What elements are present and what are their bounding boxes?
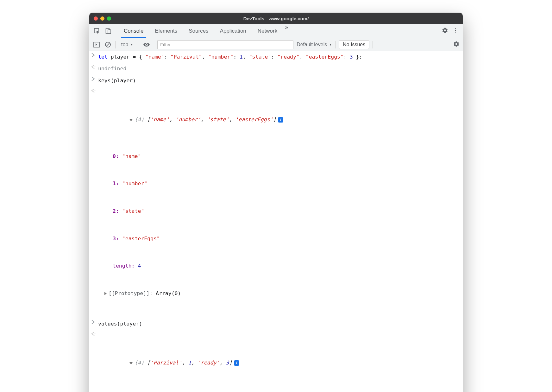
svg-rect-2 bbox=[108, 30, 111, 34]
console-result-row: (4) ['name', 'number', 'state', 'easterE… bbox=[89, 87, 463, 318]
array-length: length: 4 bbox=[98, 262, 460, 271]
input-caret-icon bbox=[91, 319, 98, 329]
devtools-window: DevTools - www.google.com/ Console Eleme… bbox=[89, 13, 463, 392]
live-expression-icon[interactable] bbox=[142, 42, 151, 47]
kebab-menu-icon[interactable] bbox=[453, 28, 458, 35]
separator bbox=[139, 41, 139, 48]
input-caret-icon bbox=[91, 76, 98, 85]
separator bbox=[115, 41, 116, 48]
info-icon[interactable]: i bbox=[234, 360, 239, 366]
svg-point-11 bbox=[95, 333, 96, 334]
separator bbox=[335, 41, 336, 48]
issues-button[interactable]: No Issues bbox=[339, 40, 369, 49]
more-tabs-icon[interactable]: » bbox=[283, 24, 290, 38]
input-caret-icon bbox=[91, 53, 98, 62]
tab-elements[interactable]: Elements bbox=[149, 24, 183, 38]
disclosure-triangle-icon[interactable] bbox=[129, 119, 133, 121]
svg-line-8 bbox=[106, 43, 110, 46]
console-toolbar: top ▼ Default levels ▼ No Issues bbox=[89, 38, 463, 51]
svg-point-5 bbox=[455, 31, 456, 32]
array-result: (4) ['name', 'number', 'state', 'easterE… bbox=[98, 88, 460, 317]
tab-label: Network bbox=[258, 28, 277, 34]
context-selector[interactable]: top ▼ bbox=[119, 41, 136, 48]
array-item[interactable]: 3: "easterEggs" bbox=[98, 234, 460, 243]
log-levels-selector[interactable]: Default levels ▼ bbox=[297, 42, 332, 47]
console-input-row[interactable]: values(player) bbox=[89, 318, 463, 330]
close-icon[interactable] bbox=[94, 16, 98, 21]
disclosure-triangle-icon[interactable] bbox=[129, 362, 133, 364]
tab-network[interactable]: Network bbox=[252, 24, 283, 38]
tab-label: Elements bbox=[155, 28, 177, 34]
tab-console[interactable]: Console bbox=[118, 24, 149, 38]
array-item[interactable]: 0: "name" bbox=[98, 152, 460, 161]
divider bbox=[116, 27, 116, 35]
tab-label: Application bbox=[220, 28, 246, 34]
array-summary[interactable]: (4) ['Parzival', 1, 'ready', 3]i bbox=[98, 349, 460, 377]
array-result: (4) ['Parzival', 1, 'ready', 3]i 0: "Par… bbox=[98, 331, 460, 392]
svg-point-9 bbox=[95, 66, 96, 67]
code-line: values(player) bbox=[98, 319, 460, 329]
separator bbox=[154, 41, 154, 48]
result-value: undefined bbox=[98, 64, 460, 73]
svg-point-3 bbox=[455, 28, 456, 29]
titlebar: DevTools - www.google.com/ bbox=[89, 13, 463, 24]
result-caret-icon bbox=[91, 88, 98, 317]
minimize-icon[interactable] bbox=[100, 16, 104, 21]
sidebar-toggle-icon[interactable] bbox=[92, 42, 101, 47]
code-line: keys(player) bbox=[98, 76, 460, 85]
tabs-right bbox=[442, 24, 461, 38]
traffic-lights bbox=[94, 16, 111, 21]
code-line: let player = { "name": "Parzival", "numb… bbox=[98, 53, 460, 62]
separator bbox=[373, 41, 373, 48]
device-toggle-icon[interactable] bbox=[103, 24, 114, 38]
info-icon[interactable]: i bbox=[278, 117, 283, 123]
window-title: DevTools - www.google.com/ bbox=[89, 16, 463, 21]
array-summary[interactable]: (4) ['name', 'number', 'state', 'easterE… bbox=[98, 106, 460, 134]
array-item[interactable]: 2: "state" bbox=[98, 207, 460, 216]
console-input-row[interactable]: keys(player) bbox=[89, 75, 463, 87]
svg-point-4 bbox=[455, 30, 456, 31]
disclosure-triangle-icon[interactable] bbox=[104, 292, 107, 295]
console-result-row: (4) ['Parzival', 1, 'ready', 3]i 0: "Par… bbox=[89, 330, 463, 392]
array-item[interactable]: 1: "number" bbox=[98, 179, 460, 188]
console-body: let player = { "name": "Parzival", "numb… bbox=[89, 51, 463, 392]
settings-gear-icon[interactable] bbox=[442, 27, 448, 35]
tab-sources[interactable]: Sources bbox=[183, 24, 214, 38]
svg-point-10 bbox=[95, 90, 96, 91]
console-result-row: undefined bbox=[89, 63, 463, 75]
context-label: top bbox=[121, 42, 128, 47]
tabs-row: Console Elements Sources Application Net… bbox=[89, 24, 463, 38]
result-caret-icon bbox=[91, 331, 98, 392]
zoom-icon[interactable] bbox=[107, 16, 111, 21]
chevron-down-icon: ▼ bbox=[130, 43, 133, 46]
filter-input[interactable] bbox=[157, 40, 293, 49]
prototype-row[interactable]: [[Prototype]]: Array(0) bbox=[98, 289, 460, 298]
tab-label: Console bbox=[124, 28, 143, 34]
inspect-element-icon[interactable] bbox=[91, 24, 103, 38]
tab-label: Sources bbox=[189, 28, 208, 34]
result-caret-icon bbox=[91, 64, 98, 73]
console-input-row[interactable]: let player = { "name": "Parzival", "numb… bbox=[89, 51, 463, 63]
console-settings-gear-icon[interactable] bbox=[453, 41, 460, 48]
clear-console-icon[interactable] bbox=[104, 41, 112, 48]
levels-label: Default levels bbox=[297, 42, 327, 47]
chevron-down-icon: ▼ bbox=[329, 43, 332, 46]
tab-application[interactable]: Application bbox=[214, 24, 252, 38]
